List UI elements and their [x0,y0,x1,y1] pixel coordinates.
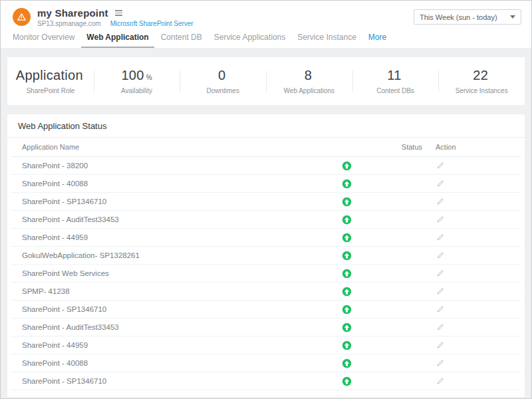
application-name: SharePoint - SP1346710 [11,198,335,205]
tab-service-applications[interactable]: Service Applications [209,33,291,48]
table-row: SharePoint - 44959 [11,336,521,354]
table-row: SharePoint Web Services [11,265,521,283]
table-row: SharePoint - 40088 [11,354,521,372]
pencil-icon[interactable] [436,358,446,368]
application-name: SharePoint - 38200 [11,162,335,170]
stat-label: Availability [121,87,152,94]
stat-value: 100 [121,68,144,83]
content-area: Application SharePoint Role 100 % Availa… [1,49,531,398]
pencil-icon[interactable] [436,214,446,224]
stat-value: 0 [218,68,225,83]
stat-cell: 100 % Availability [94,57,180,105]
pencil-icon[interactable] [436,250,446,260]
application-name: SharePoint - 40088 [11,180,335,188]
arrow-up-circle-icon [342,251,352,261]
arrow-up-circle-icon [342,305,352,315]
header: my Sharepoint SP13.spmanage.com Microsof… [1,1,531,33]
pencil-icon[interactable] [436,286,446,296]
table-row: SharePoint - 40088 [11,175,521,193]
stat-value: 8 [305,68,312,83]
table-row: SharePoint - AuditTest33453 [11,211,521,229]
stat-cell: 22 Service Instances [438,57,525,105]
monitor-title: my Sharepoint [37,7,108,19]
application-name: SharePoint - AuditTest33453 [11,215,335,223]
warning-triangle-icon [17,12,27,22]
application-name: SharePoint - 44959 [11,233,335,241]
pencil-icon[interactable] [436,178,446,188]
tab-monitor-overview[interactable]: Monitor Overview [7,33,80,48]
table-row: SharePoint - 38200 [11,157,521,175]
stat-cell: 0 Downtimes [180,57,266,105]
monitor-title-block: my Sharepoint SP13.spmanage.com Microsof… [37,6,194,27]
tab-more[interactable]: More [363,33,392,48]
application-name: SharePoint - 44959 [11,341,335,349]
arrow-up-circle-icon [342,340,352,350]
arrow-up-circle-icon [342,179,352,189]
stat-label: Content DBs [376,87,414,94]
monitor-host: SP13.spmanage.com [37,20,101,27]
arrow-up-circle-icon [342,269,352,279]
application-name: GokulWebApplication- SP1328261 [11,251,335,259]
pencil-icon[interactable] [436,304,446,314]
table-row: SharePoint - SP1346710 [11,372,521,390]
arrow-up-circle-icon [342,287,352,297]
application-name: SharePoint - SP1346710 [11,305,335,313]
pencil-icon[interactable] [436,322,446,332]
time-range-value: This Week (sun - today) [420,13,497,21]
column-header-application-name: Application Name [11,143,335,151]
tab-bar: Monitor OverviewWeb ApplicationContent D… [1,33,531,49]
sharepoint-monitor-window: my Sharepoint SP13.spmanage.com Microsof… [0,0,532,399]
table-row: SPMP- 41238 [11,283,521,301]
application-name: SharePoint - SP1346710 [11,377,335,385]
pencil-icon[interactable] [436,268,446,278]
tab-web-application[interactable]: Web Application [81,33,154,48]
pencil-icon[interactable] [436,196,446,206]
arrow-up-circle-icon [342,233,352,243]
table-body: SharePoint - 38200 [7,157,525,390]
application-name: SharePoint - AuditTest33453 [11,323,335,331]
stat-label: Web Applications [284,87,335,94]
table-row: SharePoint - 44959 [11,229,521,247]
application-name: SPMP- 41238 [11,287,335,295]
web-application-status-card: Web Application Status Application Name … [7,114,525,397]
stat-cell: 11 Content DBs [352,57,439,105]
stat-label: SharePoint Role [26,87,74,94]
pencil-icon[interactable] [436,376,446,386]
arrow-up-circle-icon [342,161,352,171]
table-title: Web Application Status [7,114,525,138]
stat-label: Service Instances [456,87,508,94]
stat-cell: Application SharePoint Role [7,57,94,105]
stat-label: Downtimes [206,87,239,94]
stat-value: Application [16,68,83,83]
pencil-icon[interactable] [436,340,446,350]
application-name: SharePoint - 40088 [11,359,335,367]
stat-unit: % [146,74,152,81]
table-row: SharePoint - AuditTest33453 [11,319,521,336]
stat-value: 11 [387,68,401,83]
monitor-logo [13,8,31,26]
pencil-icon[interactable] [436,232,446,242]
table-header-row: Application Name Status Action [11,138,521,157]
table-row: SharePoint - SP1346710 [11,193,521,211]
tab-service-instance[interactable]: Service Instance [292,33,362,48]
summary-stats-card: Application SharePoint Role 100 % Availa… [7,57,525,105]
column-header-action: Action [428,143,521,151]
column-header-status: Status [358,143,428,151]
arrow-up-circle-icon [342,197,352,207]
stat-value: 22 [473,68,488,83]
arrow-up-circle-icon [342,376,352,386]
application-name: SharePoint Web Services [11,269,335,277]
menu-icon[interactable] [114,9,124,17]
arrow-up-circle-icon [342,323,352,332]
time-range-select[interactable]: This Week (sun - today) [414,9,521,25]
pencil-icon[interactable] [436,160,446,170]
arrow-up-circle-icon [342,358,352,368]
table-row: SharePoint - SP1346710 [11,301,521,319]
arrow-up-circle-icon [342,215,352,225]
chevron-down-icon [510,15,515,19]
stat-cell: 8 Web Applications [266,57,352,105]
tab-content-db[interactable]: Content DB [156,33,207,48]
server-type-link[interactable]: Microsoft SharePoint Server [110,20,194,27]
table-row: GokulWebApplication- SP1328261 [11,247,521,265]
